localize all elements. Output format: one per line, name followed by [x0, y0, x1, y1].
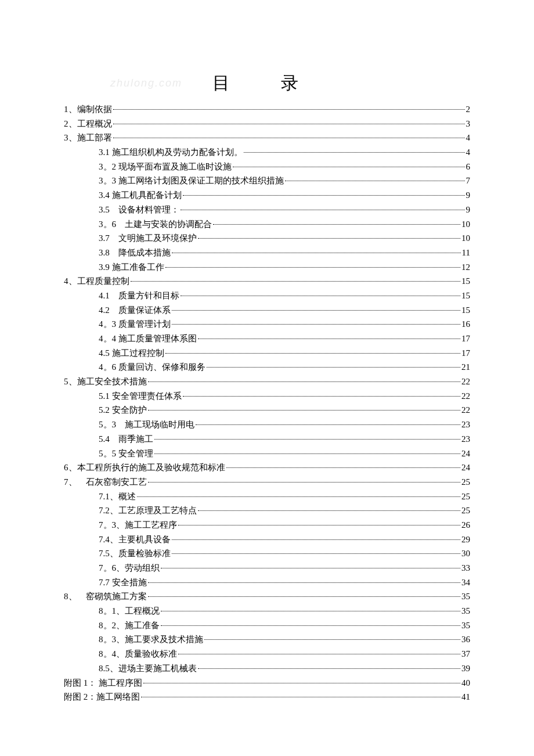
toc-page-number: 37	[461, 647, 470, 661]
toc-page-number: 10	[461, 232, 470, 245]
toc-leader-dots	[196, 424, 460, 425]
toc-row: 7.7 安全措施34	[64, 576, 470, 589]
toc-leader-dots	[233, 167, 465, 167]
toc-label: 4、工程质量控制	[64, 275, 129, 288]
toc-row: 3。2 现场平面布置及施工临时设施6	[64, 160, 470, 174]
toc-label: 3.1 施工组织机构及劳动力配备计划。	[99, 146, 243, 159]
toc-label: 7。6、劳动组织	[99, 561, 160, 575]
toc-row: 5.1 安全管理责任体系22	[64, 390, 470, 403]
toc-page-number: 35	[461, 590, 470, 603]
toc-row: 3.5 设备材料管理：9	[64, 203, 470, 217]
toc-label: 附图 2：施工网络图	[64, 690, 140, 704]
toc-label: 3。2 现场平面布置及施工临时设施	[99, 160, 232, 174]
toc-leader-dots	[172, 310, 460, 311]
toc-leader-dots	[165, 267, 461, 268]
toc-page-number: 4	[466, 131, 471, 145]
toc-leader-dots	[148, 381, 461, 382]
page-title: 目 录	[212, 70, 322, 96]
toc-row: 7、 石灰窑制安工艺25	[64, 476, 470, 489]
toc-leader-dots	[198, 339, 460, 339]
toc-leader-dots	[154, 439, 460, 440]
toc-leader-dots	[172, 253, 461, 253]
toc-page-number: 26	[461, 519, 470, 532]
toc-label: 8。1、工程概况	[99, 604, 160, 618]
toc-row: 3。3 施工网络计划图及保证工期的技术组织措施7	[64, 174, 470, 188]
toc-page-number: 36	[461, 633, 470, 646]
toc-leader-dots	[198, 238, 460, 239]
toc-row: 附图 1： 施工程序图 40	[64, 676, 470, 690]
toc-label: 5、施工安全技术措施	[64, 375, 147, 388]
toc-row: 8。2、施工准备35	[64, 619, 470, 632]
toc-page-number: 17	[461, 332, 470, 345]
toc-row: 4.5 施工过程控制17	[64, 347, 470, 360]
toc-row: 5.4 雨季施工23	[64, 433, 470, 446]
toc-page-number: 7	[466, 174, 471, 188]
toc-label: 7、 石灰窑制安工艺	[64, 476, 147, 489]
toc-row: 7.5、质量检验标准30	[64, 547, 470, 560]
toc-label: 1、编制依据	[64, 103, 112, 116]
toc-leader-dots	[181, 210, 465, 210]
toc-leader-dots	[131, 281, 461, 282]
toc-page-number: 3	[466, 117, 471, 131]
toc-leader-dots	[148, 410, 461, 411]
toc-page-number: 10	[461, 218, 470, 231]
toc-page-number: 41	[461, 690, 470, 704]
toc-label: 5。5 安全管理	[99, 447, 153, 460]
toc-label: 8.5、进场主要施工机械表	[99, 662, 197, 675]
toc-label: 8。3、施工要求及技术措施	[99, 633, 203, 646]
toc-row: 7。3、施工工艺程序26	[64, 519, 470, 532]
toc-page-number: 2	[466, 103, 471, 116]
toc-leader-dots	[183, 195, 465, 196]
toc-page-number: 25	[461, 504, 470, 517]
toc-leader-dots	[165, 353, 461, 354]
toc-page-number: 15	[461, 289, 470, 303]
toc-label: 3。3 施工网络计划图及保证工期的技术组织措施	[99, 174, 284, 188]
toc-label: 4。3 质量管理计划	[99, 318, 171, 331]
toc-label: 3.7 文明施工及环境保护	[99, 232, 197, 245]
toc-row: 5。3 施工现场临时用电23	[64, 418, 470, 431]
toc-row: 附图 2：施工网络图 41	[64, 690, 470, 704]
toc-page-number: 22	[461, 404, 470, 417]
toc-label: 7.1、概述	[99, 490, 136, 503]
toc-page-number: 40	[461, 676, 470, 690]
toc-leader-dots	[113, 124, 465, 124]
toc-page-number: 9	[466, 203, 471, 217]
toc-leader-dots	[113, 138, 465, 138]
toc-page-number: 24	[461, 447, 470, 460]
toc-leader-dots	[161, 611, 460, 611]
toc-page-number: 15	[461, 275, 470, 288]
toc-leader-dots	[181, 296, 460, 296]
toc-label: 附图 1： 施工程序图	[64, 676, 142, 690]
toc-leader-dots	[198, 510, 460, 511]
toc-page-number: 6	[466, 160, 471, 174]
toc-leader-dots	[148, 482, 461, 483]
toc-label: 7.7 安全措施	[99, 576, 147, 589]
toc-row: 4.2 质量保证体系15	[64, 304, 470, 317]
toc-page-number: 22	[461, 375, 470, 388]
toc-leader-dots	[178, 654, 460, 654]
toc-page-number: 24	[461, 461, 470, 474]
toc-row: 3、施工部署4	[64, 131, 470, 145]
toc-label: 3.8 降低成本措施	[99, 246, 171, 260]
toc-page-number: 23	[461, 418, 470, 431]
toc-row: 8。4、质量验收标准37	[64, 647, 470, 661]
toc-label: 5。3 施工现场临时用电	[99, 418, 194, 431]
toc-page-number: 33	[461, 561, 470, 575]
toc-page-number: 29	[461, 533, 470, 546]
toc-leader-dots	[154, 453, 460, 454]
toc-label: 8、 窑砌筑施工方案	[64, 590, 147, 603]
toc-leader-dots	[172, 324, 460, 325]
toc-label: 4.5 施工过程控制	[99, 347, 164, 360]
toc-leader-dots	[161, 568, 460, 568]
toc-row: 7.1、概述25	[64, 490, 470, 503]
toc-page-number: 21	[461, 361, 470, 374]
toc-page-number: 9	[466, 189, 471, 202]
toc-label: 2、工程概况	[64, 117, 112, 131]
toc-label: 3。6 土建与安装的协调配合	[99, 218, 212, 231]
toc-leader-dots	[161, 625, 460, 626]
toc-row: 3.8 降低成本措施11	[64, 246, 470, 260]
toc-row: 7.2、工艺原理及工艺特点25	[64, 504, 470, 517]
toc-label: 3.5 设备材料管理：	[99, 203, 179, 217]
toc-leader-dots	[183, 396, 461, 397]
toc-row: 3.1 施工组织机构及劳动力配备计划。4	[64, 146, 470, 159]
